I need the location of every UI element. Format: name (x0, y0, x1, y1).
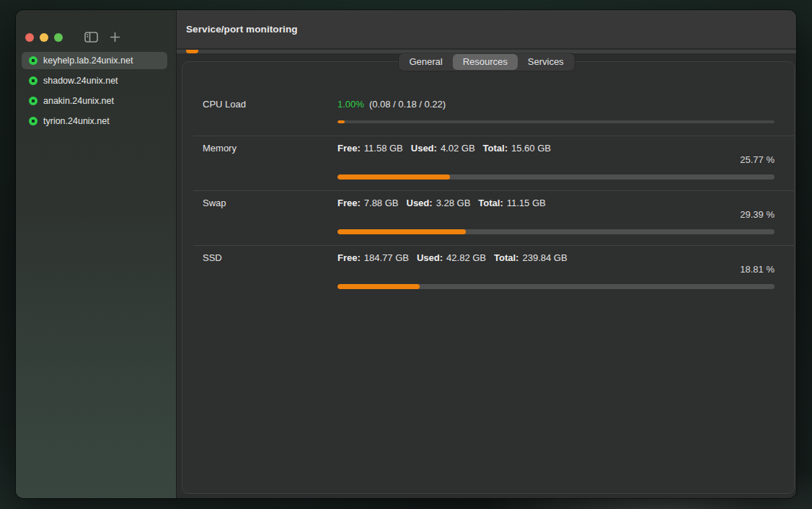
status-online-icon (29, 97, 37, 105)
server-name: anakin.24unix.net (43, 96, 114, 106)
sidebar: keyhelp.lab.24unix.net shadow.24unix.net… (16, 10, 177, 498)
desktop: { "titlebar": { "title": "Service/port m… (0, 0, 812, 509)
page-title: Service/port monitoring (186, 24, 298, 35)
memory-percent: 25.77 % (337, 154, 775, 166)
app-window: keyhelp.lab.24unix.net shadow.24unix.net… (16, 10, 796, 498)
server-name: tyrion.24unix.net (43, 116, 110, 126)
swap-bar-fill (337, 229, 466, 234)
swap-values: Free:7.88 GBUsed:3.28 GBTotal:11.15 GB (337, 198, 775, 209)
sidebar-item-server[interactable]: tyrion.24unix.net (22, 112, 167, 130)
sidebar-item-server[interactable]: shadow.24unix.net (22, 72, 167, 89)
memory-values: Free:11.58 GBUsed:4.02 GBTotal:15.60 GB (337, 143, 775, 154)
server-name: shadow.24unix.net (43, 76, 118, 86)
status-online-icon (29, 117, 37, 125)
main-panel: Service/port monitoring CPU Load 1.00%(0… (177, 10, 796, 498)
tab-general[interactable]: General (399, 54, 452, 70)
add-server-icon[interactable] (110, 32, 120, 43)
ssd-total-label: Total: (494, 252, 518, 263)
sidebar-toggle-icon[interactable] (84, 32, 98, 43)
cpu-load-row: CPU Load 1.00%(0.08 / 0.18 / 0.22) (182, 62, 794, 136)
ssd-bar-fill (337, 284, 420, 289)
cpu-load-averages: (0.08 / 0.18 / 0.22) (369, 99, 446, 110)
close-button[interactable] (25, 33, 34, 42)
swap-total-label: Total: (478, 198, 503, 208)
server-list: keyhelp.lab.24unix.net shadow.24unix.net… (22, 52, 167, 130)
titlebar-controls (16, 10, 176, 49)
zoom-button[interactable] (54, 33, 63, 42)
ssd-label: SSD (203, 252, 222, 264)
memory-free-label: Free: (337, 143, 361, 154)
minimize-button[interactable] (40, 33, 48, 42)
swap-label: Swap (203, 198, 226, 209)
ssd-row: SSD Free:184.77 GBUsed:42.82 GBTotal:239… (182, 246, 794, 300)
cpu-load-bar (337, 120, 775, 123)
swap-row: Swap Free:7.88 GBUsed:3.28 GBTotal:11.15… (182, 191, 794, 245)
window-titlebar: Service/port monitoring (177, 10, 796, 49)
swap-used-label: Used: (407, 198, 433, 208)
swap-free-label: Free: (337, 198, 361, 208)
resources-card: CPU Load 1.00%(0.08 / 0.18 / 0.22) Memor… (182, 61, 795, 494)
sidebar-item-server[interactable]: keyhelp.lab.24unix.net (22, 52, 167, 69)
ssd-used-label: Used: (417, 252, 443, 263)
swap-percent: 29.39 % (337, 209, 775, 221)
swap-free-value: 7.88 GB (364, 198, 399, 208)
ssd-free-label: Free: (337, 252, 361, 263)
server-name: keyhelp.lab.24unix.net (43, 56, 133, 66)
cpu-load-percent: 1.00% (337, 99, 364, 110)
memory-bar-fill (337, 174, 450, 180)
ssd-bar (337, 284, 775, 289)
status-online-icon (29, 56, 37, 65)
refresh-progress-fill (186, 50, 198, 53)
ssd-percent: 18.81 % (337, 264, 775, 275)
cpu-load-values: 1.00%(0.08 / 0.18 / 0.22) (337, 99, 775, 110)
memory-total-label: Total: (483, 143, 508, 154)
tab-resources[interactable]: Resources (453, 54, 518, 70)
cpu-load-bar-fill (337, 120, 345, 123)
ssd-values: Free:184.77 GBUsed:42.82 GBTotal:239.84 … (337, 252, 775, 264)
memory-used-label: Used: (411, 143, 437, 154)
memory-label: Memory (203, 143, 237, 154)
memory-total-value: 15.60 GB (511, 143, 551, 154)
memory-bar (337, 174, 775, 180)
ssd-total-value: 239.84 GB (522, 252, 567, 263)
swap-bar (337, 229, 775, 234)
ssd-free-value: 184.77 GB (364, 252, 409, 263)
memory-row: Memory Free:11.58 GBUsed:4.02 GBTotal:15… (182, 136, 794, 190)
ssd-used-value: 42.82 GB (446, 252, 486, 263)
swap-total-value: 11.15 GB (507, 198, 546, 208)
resource-stats: CPU Load 1.00%(0.08 / 0.18 / 0.22) Memor… (182, 62, 794, 300)
memory-used-value: 4.02 GB (441, 143, 475, 154)
sidebar-item-server[interactable]: anakin.24unix.net (22, 92, 167, 110)
tab-bar: General Resources Services (398, 53, 574, 71)
cpu-load-label: CPU Load (203, 99, 246, 110)
memory-free-value: 11.58 GB (364, 143, 403, 154)
tab-services[interactable]: Services (518, 54, 574, 70)
status-online-icon (29, 76, 37, 85)
swap-used-value: 3.28 GB (436, 198, 471, 208)
